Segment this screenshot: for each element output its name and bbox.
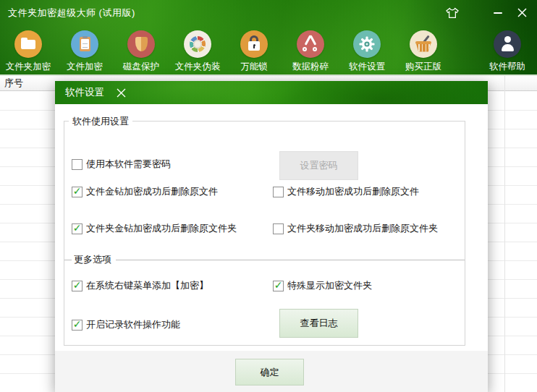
checkbox-box: ✓ [72, 223, 83, 234]
toolbar-item-folder-disguise[interactable]: 文件夹伪装 [169, 30, 226, 73]
checkbox-box: ✓ [72, 320, 83, 331]
dialog-title-bar: 软件设置 [55, 81, 488, 104]
checkbox-delete-file-after-diamond-encrypt[interactable]: ✓ 文件金钻加密成功后删除原文件 [72, 185, 218, 198]
settings-gear-icon [353, 30, 381, 58]
toolbar-item-data-shred[interactable]: 数据粉碎 [282, 30, 339, 73]
table-column-divider [504, 76, 505, 392]
checkbox-delete-file-after-move-encrypt[interactable]: 文件移动加密成功后删除原文件 [273, 185, 419, 198]
toolbar-label: 软件帮助 [489, 61, 525, 73]
checkbox-enable-operation-log[interactable]: ✓ 开启记录软件操作功能 [72, 318, 180, 331]
checkbox-box [273, 223, 284, 234]
view-log-button[interactable]: 查看日志 [279, 309, 358, 338]
folder-encrypt-icon [14, 30, 42, 58]
file-encrypt-icon [71, 30, 98, 58]
toolbar-item-file-encrypt[interactable]: 文件加密 [56, 30, 113, 73]
toolbar-label: 购买正版 [405, 61, 441, 73]
checkbox-box [273, 187, 284, 197]
settings-dialog: 软件设置 软件使用设置 使用本软件需要密码 设置密码 ✓ 文件金钻加密成功后删除… [55, 81, 488, 392]
ok-button[interactable]: 确定 [235, 359, 304, 385]
minimize-icon[interactable] [491, 7, 504, 19]
data-shred-scissors-icon [297, 30, 324, 58]
toolbar-item-disk-protect[interactable]: 磁盘保护 [113, 30, 169, 73]
title-bar: 文件夹加密超级大师 (试用版) [0, 0, 537, 25]
skin-shirt-icon[interactable] [446, 7, 459, 19]
toolbar-label: 软件设置 [349, 61, 385, 73]
checkbox-context-menu-encrypt[interactable]: ✓ 在系统右键菜单添加【加密】 [72, 279, 208, 292]
universal-lock-icon [240, 30, 268, 58]
disk-shield-icon [127, 30, 155, 58]
dialog-close-icon[interactable] [114, 86, 127, 99]
more-options-separator: 更多选项 [64, 254, 465, 265]
toolbar-item-folder-encrypt[interactable]: 文件夹加密 [0, 30, 56, 73]
toolbar-item-help[interactable]: 软件帮助 [479, 30, 536, 73]
window-title: 文件夹加密超级大师 (试用版) [8, 7, 135, 20]
checkbox-box: ✓ [72, 281, 83, 291]
toolbar-label: 文件加密 [67, 61, 103, 73]
checkbox-delete-folder-after-move-encrypt[interactable]: 文件夹移动加密成功后删除原文件夹 [273, 222, 438, 235]
toolbar-label: 磁盘保护 [123, 61, 159, 73]
toolbar-label: 数据粉碎 [292, 61, 329, 73]
toolbar-item-settings[interactable]: 软件设置 [339, 30, 395, 73]
toolbar-label: 文件夹伪装 [175, 61, 221, 73]
window-controls [446, 7, 528, 19]
dialog-title: 软件设置 [65, 86, 104, 99]
column-header-index: 序号 [4, 77, 23, 90]
toolbar-item-buy[interactable]: 购买正版 [395, 30, 452, 73]
toolbar-label: 万能锁 [240, 61, 268, 73]
more-options-label: 更多选项 [74, 253, 111, 266]
checkbox-box: ✓ [72, 187, 83, 197]
close-icon[interactable] [515, 7, 528, 19]
app-window: 文件夹加密超级大师 (试用版) 文件夹加密 文件加密 磁盘保护 文件夹伪 [0, 0, 537, 392]
checkbox-require-password[interactable]: 使用本软件需要密码 [72, 158, 171, 171]
set-password-button: 设置密码 [279, 151, 358, 180]
groupbox-legend: 软件使用设置 [69, 115, 132, 128]
checkbox-special-display-encrypted-folder[interactable]: ✓ 特殊显示加密文件夹 [273, 279, 372, 292]
menu-hamburger-icon[interactable] [470, 7, 481, 19]
toolbar-label: 文件夹加密 [6, 61, 51, 73]
help-user-icon [494, 30, 521, 58]
toolbar: 文件夹加密 文件加密 磁盘保护 文件夹伪装 万能锁 数据粉碎 [0, 25, 537, 74]
checkbox-box [72, 159, 83, 170]
toolbar-item-universal-lock[interactable]: 万能锁 [226, 30, 282, 73]
buy-basket-icon [410, 30, 437, 58]
checkbox-box: ✓ [273, 281, 284, 291]
checkbox-delete-folder-after-diamond-encrypt[interactable]: ✓ 文件夹金钻加密成功后删除原文件夹 [72, 222, 237, 235]
folder-disguise-icon [184, 30, 211, 58]
